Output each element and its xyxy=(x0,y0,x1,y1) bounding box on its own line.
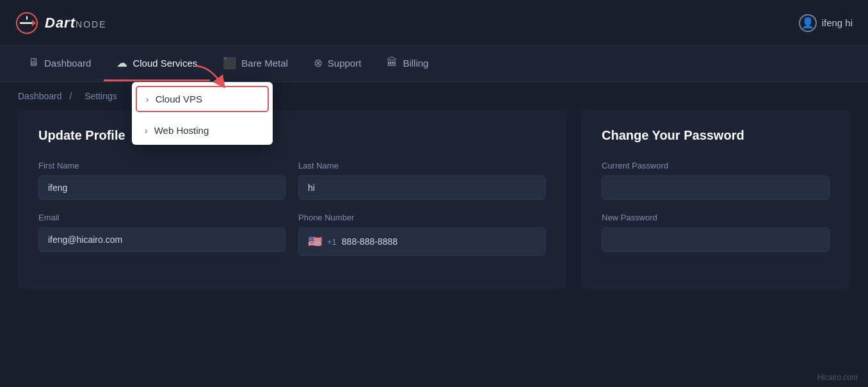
new-password-group: New Password xyxy=(602,213,830,252)
new-password-label: New Password xyxy=(602,213,830,222)
phone-code: +1 xyxy=(327,237,337,247)
change-password-card: Change Your Password Current Password Ne… xyxy=(581,110,850,289)
user-avatar-icon: 👤 xyxy=(799,14,817,32)
last-name-group: Last Name xyxy=(298,161,545,200)
chevron-right-icon-2: › xyxy=(145,126,148,136)
logo-dart-text: Dart xyxy=(45,15,76,31)
contact-row: Email Phone Number 🇺🇸 +1 xyxy=(38,213,545,256)
watermark: Hicairo.com xyxy=(817,373,858,382)
breadcrumb: Dashboard / Settings xyxy=(0,82,868,110)
name-row: First Name Last Name xyxy=(38,161,545,200)
logo-node-text: Node xyxy=(76,19,106,29)
first-name-label: First Name xyxy=(38,161,285,170)
last-name-input[interactable] xyxy=(298,176,545,200)
chevron-right-icon: › xyxy=(146,94,149,104)
phone-flag: 🇺🇸 xyxy=(308,235,322,249)
tab-billing[interactable]: 🏛 Billing xyxy=(374,46,441,81)
logo[interactable]: DartNode xyxy=(15,12,106,35)
cloud-services-icon: ☁ xyxy=(117,56,127,70)
current-password-input[interactable] xyxy=(602,176,830,200)
billing-icon: 🏛 xyxy=(387,56,398,69)
new-password-input[interactable] xyxy=(602,227,830,252)
current-password-group: Current Password xyxy=(602,161,830,200)
breadcrumb-dashboard[interactable]: Dashboard xyxy=(18,91,62,101)
update-profile-card: Update Profile First Name Last Name Emai… xyxy=(18,110,566,289)
main-content: Update Profile First Name Last Name Emai… xyxy=(0,110,868,307)
phone-group: Phone Number 🇺🇸 +1 xyxy=(298,213,545,256)
user-display-name: ifeng hi xyxy=(822,17,853,28)
cloud-services-dropdown: › Cloud VPS › Web Hosting xyxy=(132,82,273,145)
update-profile-title: Update Profile xyxy=(38,128,545,143)
nav-tabs: 🖥 Dashboard ☁ Cloud Services ⬛ Bare Meta… xyxy=(0,46,868,82)
phone-label: Phone Number xyxy=(298,213,545,222)
email-label: Email xyxy=(38,213,285,222)
email-input[interactable] xyxy=(38,227,285,252)
tab-support[interactable]: ⊗ Support xyxy=(301,46,374,81)
dropdown-item-web-hosting[interactable]: › Web Hosting xyxy=(132,116,273,145)
user-area[interactable]: 👤 ifeng hi xyxy=(799,14,853,32)
phone-input-wrapper[interactable]: 🇺🇸 +1 xyxy=(298,227,545,256)
svg-marker-2 xyxy=(32,20,36,26)
email-group: Email xyxy=(38,213,285,256)
pointer-arrow xyxy=(189,63,228,91)
first-name-group: First Name xyxy=(38,161,285,200)
last-name-label: Last Name xyxy=(298,161,545,170)
first-name-input[interactable] xyxy=(38,176,285,200)
breadcrumb-settings: Settings xyxy=(84,91,117,101)
phone-number-input[interactable] xyxy=(342,236,536,247)
support-icon: ⊗ xyxy=(314,56,323,70)
breadcrumb-separator: / xyxy=(69,91,74,101)
dashboard-icon: 🖥 xyxy=(28,56,39,69)
current-password-label: Current Password xyxy=(602,161,830,170)
change-password-title: Change Your Password xyxy=(602,128,830,143)
tab-dashboard[interactable]: 🖥 Dashboard xyxy=(15,46,104,81)
navbar: DartNode 👤 ifeng hi xyxy=(0,0,868,46)
